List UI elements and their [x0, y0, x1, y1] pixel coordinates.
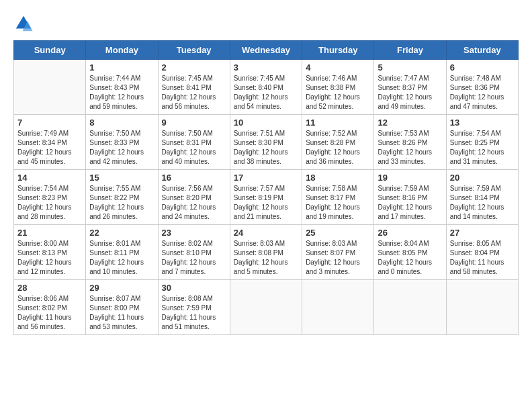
- calendar-cell: [302, 280, 374, 335]
- calendar-cell: 21Sunrise: 8:00 AM Sunset: 8:13 PM Dayli…: [14, 225, 86, 280]
- day-info: Sunrise: 7:48 AM Sunset: 8:36 PM Dayligh…: [450, 74, 515, 111]
- calendar-cell: 10Sunrise: 7:51 AM Sunset: 8:30 PM Dayli…: [230, 115, 302, 170]
- calendar-cell: 22Sunrise: 8:01 AM Sunset: 8:11 PM Dayli…: [86, 225, 158, 280]
- calendar-cell: 12Sunrise: 7:53 AM Sunset: 8:26 PM Dayli…: [374, 115, 446, 170]
- calendar-header-monday: Monday: [86, 41, 158, 60]
- day-number: 3: [234, 62, 298, 73]
- day-number: 11: [306, 118, 370, 128]
- calendar-cell: 27Sunrise: 8:05 AM Sunset: 8:04 PM Dayli…: [446, 225, 518, 280]
- calendar-week-row: 21Sunrise: 8:00 AM Sunset: 8:13 PM Dayli…: [14, 225, 519, 280]
- day-info: Sunrise: 8:04 AM Sunset: 8:05 PM Dayligh…: [378, 239, 442, 277]
- day-number: 24: [234, 228, 298, 238]
- calendar-week-row: 28Sunrise: 8:06 AM Sunset: 8:02 PM Dayli…: [14, 280, 519, 335]
- calendar-cell: 19Sunrise: 7:59 AM Sunset: 8:16 PM Dayli…: [374, 170, 446, 225]
- day-number: 12: [378, 118, 442, 128]
- day-number: 25: [306, 228, 370, 238]
- day-number: 7: [17, 118, 82, 128]
- day-info: Sunrise: 7:59 AM Sunset: 8:16 PM Dayligh…: [378, 184, 442, 222]
- day-number: 21: [17, 228, 82, 238]
- calendar-cell: [374, 280, 446, 335]
- day-info: Sunrise: 8:00 AM Sunset: 8:13 PM Dayligh…: [17, 239, 82, 277]
- calendar-cell: 28Sunrise: 8:06 AM Sunset: 8:02 PM Dayli…: [14, 280, 86, 335]
- day-info: Sunrise: 7:50 AM Sunset: 8:33 PM Dayligh…: [89, 129, 154, 167]
- day-info: Sunrise: 8:03 AM Sunset: 8:07 PM Dayligh…: [306, 239, 370, 277]
- logo: [13, 13, 35, 34]
- day-info: Sunrise: 7:54 AM Sunset: 8:25 PM Dayligh…: [450, 129, 515, 167]
- day-info: Sunrise: 7:46 AM Sunset: 8:38 PM Dayligh…: [306, 74, 370, 111]
- day-number: 10: [234, 118, 298, 128]
- header: [13, 13, 519, 34]
- day-number: 15: [89, 173, 154, 183]
- day-number: 8: [89, 118, 154, 128]
- calendar-cell: 5Sunrise: 7:47 AM Sunset: 8:37 PM Daylig…: [374, 60, 446, 115]
- calendar-header-wednesday: Wednesday: [230, 41, 302, 60]
- calendar-cell: 13Sunrise: 7:54 AM Sunset: 8:25 PM Dayli…: [446, 115, 518, 170]
- calendar-table: SundayMondayTuesdayWednesdayThursdayFrid…: [13, 40, 519, 335]
- calendar-cell: 16Sunrise: 7:56 AM Sunset: 8:20 PM Dayli…: [158, 170, 230, 225]
- day-info: Sunrise: 8:03 AM Sunset: 8:08 PM Dayligh…: [234, 239, 298, 277]
- day-number: 23: [162, 228, 226, 238]
- day-info: Sunrise: 7:59 AM Sunset: 8:14 PM Dayligh…: [450, 184, 515, 222]
- day-number: 29: [89, 283, 154, 293]
- day-number: 14: [17, 173, 82, 183]
- calendar-header-row: SundayMondayTuesdayWednesdayThursdayFrid…: [14, 41, 519, 60]
- day-info: Sunrise: 7:56 AM Sunset: 8:20 PM Dayligh…: [162, 184, 226, 222]
- day-info: Sunrise: 7:54 AM Sunset: 8:23 PM Dayligh…: [17, 184, 82, 222]
- day-info: Sunrise: 7:45 AM Sunset: 8:40 PM Dayligh…: [234, 74, 298, 111]
- day-info: Sunrise: 7:52 AM Sunset: 8:28 PM Dayligh…: [306, 129, 370, 167]
- calendar-cell: 29Sunrise: 8:07 AM Sunset: 8:00 PM Dayli…: [86, 280, 158, 335]
- calendar-cell: 24Sunrise: 8:03 AM Sunset: 8:08 PM Dayli…: [230, 225, 302, 280]
- day-number: 4: [306, 62, 370, 73]
- day-number: 20: [450, 173, 515, 183]
- calendar-cell: 23Sunrise: 8:02 AM Sunset: 8:10 PM Dayli…: [158, 225, 230, 280]
- day-info: Sunrise: 7:45 AM Sunset: 8:41 PM Dayligh…: [162, 74, 226, 111]
- logo-icon: [13, 13, 34, 34]
- calendar-cell: 14Sunrise: 7:54 AM Sunset: 8:23 PM Dayli…: [14, 170, 86, 225]
- day-info: Sunrise: 8:02 AM Sunset: 8:10 PM Dayligh…: [162, 239, 226, 277]
- day-number: 16: [162, 173, 226, 183]
- calendar-cell: 1Sunrise: 7:44 AM Sunset: 8:43 PM Daylig…: [86, 60, 158, 115]
- calendar-week-row: 1Sunrise: 7:44 AM Sunset: 8:43 PM Daylig…: [14, 60, 519, 115]
- calendar-cell: 30Sunrise: 8:08 AM Sunset: 7:59 PM Dayli…: [158, 280, 230, 335]
- day-info: Sunrise: 8:08 AM Sunset: 7:59 PM Dayligh…: [162, 294, 226, 332]
- calendar-cell: 4Sunrise: 7:46 AM Sunset: 8:38 PM Daylig…: [302, 60, 374, 115]
- day-number: 5: [378, 62, 442, 73]
- calendar-cell: 3Sunrise: 7:45 AM Sunset: 8:40 PM Daylig…: [230, 60, 302, 115]
- day-number: 17: [234, 173, 298, 183]
- day-info: Sunrise: 7:53 AM Sunset: 8:26 PM Dayligh…: [378, 129, 442, 167]
- calendar-cell: 25Sunrise: 8:03 AM Sunset: 8:07 PM Dayli…: [302, 225, 374, 280]
- day-number: 2: [162, 62, 226, 73]
- day-number: 30: [162, 283, 226, 293]
- calendar-cell: 17Sunrise: 7:57 AM Sunset: 8:19 PM Dayli…: [230, 170, 302, 225]
- day-info: Sunrise: 7:44 AM Sunset: 8:43 PM Dayligh…: [89, 74, 154, 111]
- calendar-header-saturday: Saturday: [446, 41, 518, 60]
- day-number: 22: [89, 228, 154, 238]
- day-info: Sunrise: 7:58 AM Sunset: 8:17 PM Dayligh…: [306, 184, 370, 222]
- calendar-header-tuesday: Tuesday: [158, 41, 230, 60]
- day-number: 28: [17, 283, 82, 293]
- calendar-cell: 11Sunrise: 7:52 AM Sunset: 8:28 PM Dayli…: [302, 115, 374, 170]
- day-info: Sunrise: 7:57 AM Sunset: 8:19 PM Dayligh…: [234, 184, 298, 222]
- day-info: Sunrise: 7:50 AM Sunset: 8:31 PM Dayligh…: [162, 129, 226, 167]
- day-info: Sunrise: 8:01 AM Sunset: 8:11 PM Dayligh…: [89, 239, 154, 277]
- day-number: 26: [378, 228, 442, 238]
- day-number: 6: [450, 62, 515, 73]
- day-info: Sunrise: 7:51 AM Sunset: 8:30 PM Dayligh…: [234, 129, 298, 167]
- day-info: Sunrise: 7:55 AM Sunset: 8:22 PM Dayligh…: [89, 184, 154, 222]
- calendar-cell: 6Sunrise: 7:48 AM Sunset: 8:36 PM Daylig…: [446, 60, 518, 115]
- day-number: 9: [162, 118, 226, 128]
- calendar-cell: 9Sunrise: 7:50 AM Sunset: 8:31 PM Daylig…: [158, 115, 230, 170]
- day-info: Sunrise: 8:07 AM Sunset: 8:00 PM Dayligh…: [89, 294, 154, 332]
- day-number: 18: [306, 173, 370, 183]
- day-number: 27: [450, 228, 515, 238]
- calendar-cell: [230, 280, 302, 335]
- day-info: Sunrise: 8:05 AM Sunset: 8:04 PM Dayligh…: [450, 239, 515, 277]
- day-info: Sunrise: 7:47 AM Sunset: 8:37 PM Dayligh…: [378, 74, 442, 111]
- calendar-header-thursday: Thursday: [302, 41, 374, 60]
- calendar-header-friday: Friday: [374, 41, 446, 60]
- day-number: 1: [89, 62, 154, 73]
- day-number: 13: [450, 118, 515, 128]
- calendar-cell: 26Sunrise: 8:04 AM Sunset: 8:05 PM Dayli…: [374, 225, 446, 280]
- calendar-week-row: 14Sunrise: 7:54 AM Sunset: 8:23 PM Dayli…: [14, 170, 519, 225]
- calendar-cell: 7Sunrise: 7:49 AM Sunset: 8:34 PM Daylig…: [14, 115, 86, 170]
